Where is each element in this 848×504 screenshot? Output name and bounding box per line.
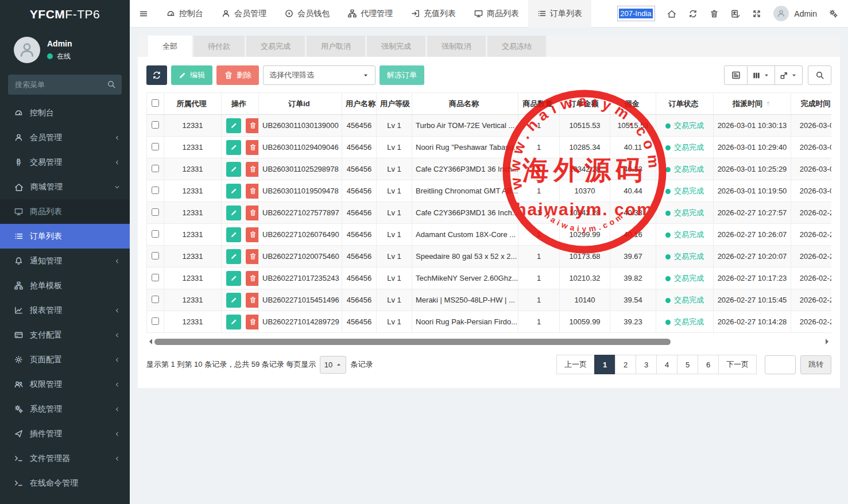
sidebar-menu-item[interactable]: B 交易管理: [0, 150, 130, 175]
refresh-icon[interactable]: [688, 9, 698, 18]
sidebar-menu-item[interactable]: 控制台: [0, 100, 130, 125]
topnav-item[interactable]: 控制台: [157, 0, 212, 28]
sidebar-menu-item[interactable]: 在线命令管理: [0, 471, 130, 495]
scroll-right-arrow[interactable]: [826, 339, 831, 344]
sidebar-menu-item[interactable]: 商品列表: [0, 199, 130, 224]
topnav-item[interactable]: 商品列表: [465, 0, 528, 28]
select-all-checkbox[interactable]: [152, 99, 159, 107]
row-delete-button[interactable]: [246, 271, 259, 286]
page-button[interactable]: 6: [698, 355, 719, 374]
status-tab[interactable]: 强制取消: [427, 36, 486, 57]
sidebar-toggle-icon[interactable]: [130, 0, 157, 28]
sidebar-menu-item[interactable]: 通知管理: [0, 249, 130, 273]
row-edit-button[interactable]: [226, 162, 241, 177]
row-checkbox[interactable]: [152, 274, 159, 281]
sidebar-menu-item[interactable]: 权限管理: [0, 372, 130, 397]
row-edit-button[interactable]: [226, 140, 241, 155]
refresh-button[interactable]: [146, 65, 167, 85]
row-checkbox[interactable]: [152, 208, 159, 216]
sidebar-menu-item[interactable]: 文件管理器: [0, 446, 130, 471]
row-delete-button[interactable]: [246, 184, 259, 199]
sidebar-menu-item[interactable]: 报表管理: [0, 298, 130, 323]
row-checkbox[interactable]: [152, 230, 159, 238]
detail-view-button[interactable]: [724, 65, 748, 85]
column-header[interactable]: 订单id: [259, 93, 342, 115]
page-button[interactable]: 下一页: [718, 355, 757, 374]
status-tab[interactable]: 交易完成: [246, 36, 305, 57]
brand-logo[interactable]: YFCMF-TP6: [0, 0, 130, 29]
page-size-select[interactable]: 10: [320, 356, 346, 374]
sidebar-menu-item[interactable]: 页面配置: [0, 347, 130, 372]
row-checkbox[interactable]: [152, 187, 159, 194]
column-header[interactable]: 操作: [222, 93, 259, 115]
page-button[interactable]: 4: [656, 355, 677, 374]
sidebar-menu-item[interactable]: 系统管理: [0, 397, 130, 421]
column-header[interactable]: 订单状态: [656, 93, 714, 115]
row-checkbox[interactable]: [152, 317, 159, 325]
column-header[interactable]: 用户等级: [377, 93, 412, 115]
status-tab[interactable]: 用户取消: [307, 36, 365, 57]
row-edit-button[interactable]: [226, 206, 241, 220]
row-edit-button[interactable]: [226, 184, 241, 199]
row-edit-button[interactable]: [226, 293, 241, 308]
scrollbar-thumb[interactable]: [154, 339, 671, 345]
menu-search-input[interactable]: [8, 75, 122, 95]
column-header[interactable]: 商品名称: [412, 93, 518, 115]
row-edit-button[interactable]: [226, 315, 241, 329]
column-header[interactable]: 完成时间: [791, 93, 832, 115]
scrollbar-track[interactable]: [154, 339, 824, 345]
row-edit-button[interactable]: [226, 227, 241, 242]
column-header[interactable]: 订单金额: [560, 93, 610, 115]
page-button[interactable]: 1: [594, 355, 615, 374]
column-header[interactable]: 所属代理: [164, 93, 222, 115]
topnav-item[interactable]: 代理管理: [339, 0, 402, 28]
row-checkbox[interactable]: [152, 296, 159, 303]
table-search-button[interactable]: [808, 65, 831, 85]
horizontal-scrollbar[interactable]: [146, 338, 831, 346]
sidebar-menu-item[interactable]: 会员管理: [0, 125, 130, 150]
workspace-input[interactable]: 207-India: [617, 6, 655, 21]
sidebar-menu-item[interactable]: 商城管理: [0, 175, 130, 199]
scroll-left-arrow[interactable]: [146, 339, 152, 344]
export-button[interactable]: [775, 65, 803, 85]
page-button[interactable]: 3: [636, 355, 657, 374]
sidebar-menu-item[interactable]: 订单列表: [0, 224, 130, 249]
jump-page-input[interactable]: [765, 355, 796, 374]
row-delete-button[interactable]: [246, 315, 259, 329]
topnav-item[interactable]: 会员管理: [212, 0, 276, 28]
jump-button[interactable]: 跳转: [800, 355, 831, 374]
row-checkbox[interactable]: [152, 165, 159, 172]
delete-button[interactable]: 删除: [216, 65, 259, 85]
sidebar-menu-item[interactable]: 插件管理: [0, 421, 130, 446]
row-checkbox[interactable]: [152, 252, 159, 259]
column-header[interactable]: 指派时间: [714, 93, 791, 115]
row-delete-button[interactable]: [246, 249, 259, 264]
topnav-item[interactable]: ¥ 会员钱包: [276, 0, 339, 28]
user-menu[interactable]: Admin: [773, 6, 817, 21]
edit-button[interactable]: 编辑: [171, 65, 212, 85]
row-edit-button[interactable]: [226, 118, 241, 133]
trash-icon[interactable]: [710, 9, 719, 18]
row-delete-button[interactable]: [246, 162, 259, 177]
status-tab[interactable]: 全部: [148, 36, 192, 57]
page-button[interactable]: 2: [615, 355, 636, 374]
row-edit-button[interactable]: [226, 271, 241, 286]
unfreeze-button[interactable]: 解冻订单: [380, 65, 424, 85]
settings-gears-icon[interactable]: [829, 9, 838, 18]
sidebar-menu-item[interactable]: 抢单模板: [0, 273, 130, 298]
column-header[interactable]: 佣金: [610, 93, 656, 115]
row-delete-button[interactable]: [246, 118, 259, 133]
row-delete-button[interactable]: [246, 140, 259, 155]
language-icon[interactable]: [731, 9, 740, 18]
row-checkbox[interactable]: [152, 121, 159, 129]
status-tab[interactable]: 待付款: [193, 36, 245, 57]
topnav-item[interactable]: 充值列表: [402, 0, 465, 28]
row-edit-button[interactable]: [226, 249, 241, 264]
column-header[interactable]: 商品数量: [518, 93, 560, 115]
fullscreen-icon[interactable]: [752, 9, 761, 18]
columns-button[interactable]: [748, 65, 775, 85]
home-icon[interactable]: [667, 9, 676, 18]
status-tab[interactable]: 强制完成: [367, 36, 425, 57]
row-delete-button[interactable]: [246, 206, 259, 220]
status-tab[interactable]: 交易冻结: [487, 36, 546, 57]
